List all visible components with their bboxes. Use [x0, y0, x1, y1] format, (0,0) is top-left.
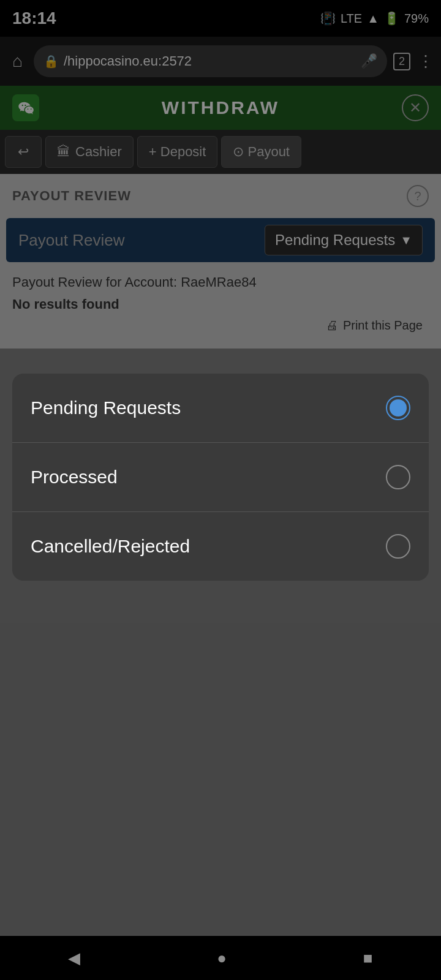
radio-processed — [386, 465, 410, 489]
option-cancelled-rejected[interactable]: Cancelled/Rejected — [12, 512, 429, 581]
radio-cancelled-rejected — [386, 534, 410, 559]
radio-pending-requests — [386, 396, 410, 420]
radio-inner-pending — [390, 399, 407, 417]
option-cancelled-rejected-label: Cancelled/Rejected — [31, 536, 190, 557]
option-pending-requests[interactable]: Pending Requests — [12, 374, 429, 443]
dropdown-modal: Pending Requests Processed Cancelled/Rej… — [12, 374, 429, 581]
option-processed-label: Processed — [31, 467, 118, 488]
option-pending-requests-label: Pending Requests — [31, 398, 181, 418]
option-processed[interactable]: Processed — [12, 443, 429, 512]
